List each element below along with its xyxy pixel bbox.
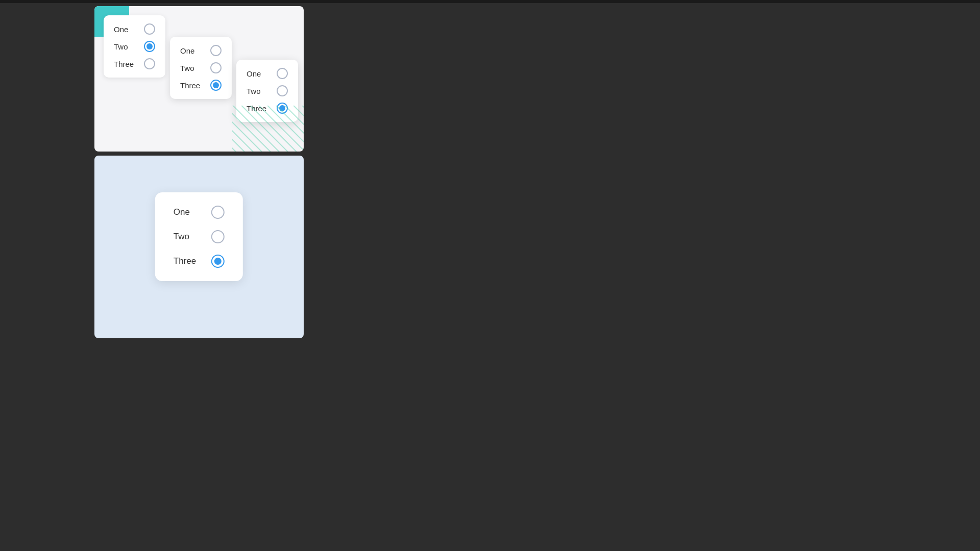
radio-button-three-card1[interactable]	[144, 58, 155, 69]
radio-button-one-bottom[interactable]	[211, 206, 225, 219]
radio-row-three-bottom: Three	[174, 255, 225, 268]
radio-row-one-card1: One	[114, 23, 155, 35]
radio-button-one-card2[interactable]	[210, 45, 222, 56]
option-label: Three	[180, 81, 200, 90]
radio-row-one-card3: One	[247, 68, 288, 79]
option-label: Two	[114, 42, 128, 51]
radio-button-three-bottom[interactable]	[211, 255, 225, 268]
radio-row-one-card2: One	[180, 45, 222, 56]
radio-row-two-card3: Two	[247, 85, 288, 96]
radio-row-one-bottom: One	[174, 206, 225, 219]
svg-rect-1	[232, 106, 304, 152]
option-label: One	[174, 207, 190, 217]
radio-row-two-card2: Two	[180, 62, 222, 73]
option-label: Three	[114, 60, 134, 68]
bottom-panel: One Two Three	[94, 156, 304, 338]
radio-card-bottom: One Two Three	[155, 192, 243, 281]
radio-button-two-card3[interactable]	[277, 85, 288, 96]
option-label: Two	[174, 232, 189, 242]
radio-row-three-card2: Three	[180, 80, 222, 91]
radio-button-one-card1[interactable]	[144, 23, 155, 35]
stripe-decoration	[232, 106, 304, 152]
option-label: One	[114, 25, 128, 34]
radio-button-two-card1[interactable]	[144, 41, 155, 52]
radio-card-1: One Two Three	[104, 15, 165, 78]
option-label: Three	[174, 256, 196, 266]
option-label: One	[247, 69, 261, 78]
radio-row-two-card1: Two	[114, 41, 155, 52]
option-label: Two	[247, 87, 261, 95]
radio-card-2: One Two Three	[170, 37, 232, 99]
radio-button-one-card3[interactable]	[277, 68, 288, 79]
option-label: One	[180, 46, 194, 55]
option-label: Two	[180, 64, 194, 72]
radio-row-three-card1: Three	[114, 58, 155, 69]
radio-row-two-bottom: Two	[174, 230, 225, 243]
radio-button-three-card2[interactable]	[210, 80, 222, 91]
radio-button-two-bottom[interactable]	[211, 230, 225, 243]
top-bar	[0, 0, 980, 3]
top-panel: One Two Three One Two Three	[94, 6, 304, 152]
radio-button-two-card2[interactable]	[210, 62, 222, 73]
